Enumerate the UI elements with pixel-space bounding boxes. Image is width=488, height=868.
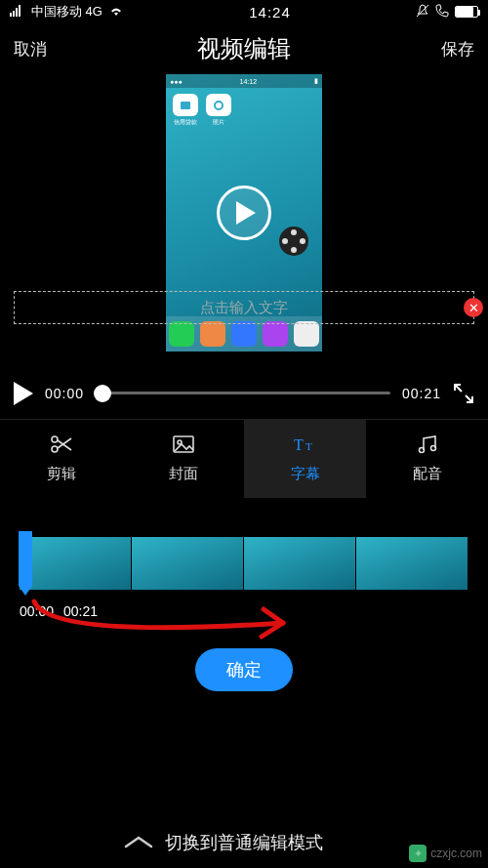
subtitle-text-input[interactable]: 点击输入文字 ✕ xyxy=(14,291,474,324)
tab-label: 封面 xyxy=(169,465,198,483)
timeline-frame xyxy=(20,537,132,590)
timeline-start-handle[interactable] xyxy=(19,531,32,596)
tab-subtitle[interactable]: TT 字幕 xyxy=(244,420,366,498)
watermark-logo-icon: ✦ xyxy=(409,845,427,862)
svg-rect-2 xyxy=(16,8,18,17)
svg-rect-0 xyxy=(10,13,12,17)
timeline-frame xyxy=(132,537,244,590)
svg-line-4 xyxy=(417,5,428,17)
svg-marker-7 xyxy=(236,201,256,225)
svg-text:T: T xyxy=(294,436,304,453)
svg-point-15 xyxy=(419,448,424,453)
playback-bar: 00:00 00:21 xyxy=(0,367,488,420)
confirm-button[interactable]: 确定 xyxy=(195,648,293,691)
svg-rect-3 xyxy=(19,5,20,17)
timeline-frames[interactable] xyxy=(20,537,468,590)
chevron-up-icon xyxy=(124,833,153,853)
watermark-text: czxjc.com xyxy=(430,847,482,860)
svg-text:T: T xyxy=(305,440,312,452)
status-time: 14:24 xyxy=(124,4,416,21)
svg-marker-8 xyxy=(14,382,33,405)
current-time: 00:00 xyxy=(45,386,84,401)
svg-point-16 xyxy=(430,446,435,451)
svg-point-6 xyxy=(215,102,223,109)
editor-header: 取消 视频编辑 保存 xyxy=(0,23,488,74)
video-preview-area: ●●● 14:12 ▮ 信用贷款 照片 点击输入文字 xyxy=(0,74,488,367)
svg-point-12 xyxy=(178,440,182,444)
timeline-frame xyxy=(244,537,356,590)
svg-point-10 xyxy=(52,446,58,452)
delete-subtitle-button[interactable]: ✕ xyxy=(464,298,483,317)
total-time: 00:21 xyxy=(402,386,441,401)
battery-icon xyxy=(455,6,478,18)
scissors-icon xyxy=(50,434,73,457)
joystick-icon xyxy=(279,227,308,256)
play-overlay-icon[interactable] xyxy=(217,186,271,240)
seek-slider[interactable] xyxy=(96,392,390,394)
editor-tabs: 剪辑 封面 TT 字幕 配音 xyxy=(0,420,488,498)
tab-cover[interactable]: 封面 xyxy=(122,420,244,498)
svg-rect-5 xyxy=(181,102,190,109)
svg-rect-1 xyxy=(13,11,15,17)
watermark: ✦ czxjc.com xyxy=(409,845,482,862)
tab-audio[interactable]: 配音 xyxy=(366,420,488,498)
cancel-button[interactable]: 取消 xyxy=(14,38,72,61)
tab-trim[interactable]: 剪辑 xyxy=(0,420,122,498)
fullscreen-button[interactable] xyxy=(453,383,474,404)
annotation-arrow-icon xyxy=(29,592,312,650)
close-icon: ✕ xyxy=(468,301,479,315)
save-button[interactable]: 保存 xyxy=(416,38,474,61)
music-icon xyxy=(416,434,439,457)
tab-label: 字幕 xyxy=(291,465,320,483)
svg-point-9 xyxy=(52,436,58,442)
alarm-off-icon xyxy=(416,4,429,21)
carrier-label: 中国移动 4G xyxy=(31,3,102,21)
page-title: 视频编辑 xyxy=(197,33,291,64)
subtitle-placeholder: 点击输入文字 xyxy=(200,299,288,317)
play-button[interactable] xyxy=(14,382,33,405)
tab-label: 剪辑 xyxy=(47,465,76,483)
switch-mode-label: 切换到普通编辑模式 xyxy=(165,831,323,854)
timeline-end-time: 00:21 xyxy=(63,603,98,619)
tab-label: 配音 xyxy=(413,465,442,483)
status-bar: 中国移动 4G 14:24 xyxy=(0,0,488,23)
image-icon xyxy=(172,434,195,457)
phone-icon xyxy=(435,4,449,21)
timeline-frame xyxy=(356,537,468,590)
signal-icon xyxy=(10,5,25,20)
text-icon: TT xyxy=(294,434,317,457)
wifi-icon xyxy=(108,5,124,20)
preview-inner-time: 14:12 xyxy=(240,78,258,85)
preview-app-icon: 照片 xyxy=(205,94,232,127)
subtitle-timeline: 00:00 00:21 确定 xyxy=(0,498,488,691)
preview-app-icon: 信用贷款 xyxy=(172,94,199,127)
timeline-start-time: 00:00 xyxy=(20,603,54,619)
seek-knob[interactable] xyxy=(94,385,111,402)
